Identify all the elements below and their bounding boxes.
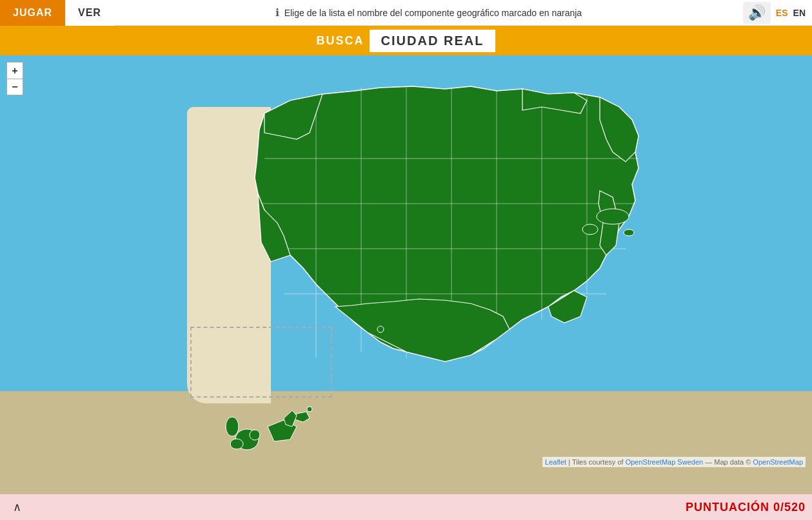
top-nav-bar: JUGAR VER ℹ Elige de la lista el nombre …	[0, 0, 812, 26]
svg-point-11	[597, 209, 629, 224]
score-value: 0/520	[773, 501, 806, 514]
svg-point-16	[226, 417, 239, 436]
map-credits: Leaflet | Tiles courtesy of OpenStreetMa…	[542, 457, 806, 467]
map-data-text: — Map data ©	[705, 458, 751, 466]
search-value[interactable]: CIUDAD REAL	[370, 30, 496, 52]
bottom-bar: ∧ PUNTUACIÓN 0/520	[0, 494, 812, 520]
svg-point-12	[582, 224, 598, 235]
svg-point-13	[624, 229, 634, 236]
osm-link[interactable]: OpenStreetMap	[626, 458, 676, 466]
svg-point-18	[230, 439, 243, 449]
score-label: PUNTUACIÓN	[686, 501, 769, 514]
right-controls: 🔊 ES EN	[743, 2, 812, 24]
search-label: BUSCA	[317, 34, 364, 48]
spain-map[interactable]	[187, 62, 651, 397]
svg-point-14	[377, 326, 384, 332]
north-africa-land	[0, 391, 812, 494]
instruction-text: Elige de la lista el nombre del componen…	[284, 8, 582, 18]
canary-islands-svg[interactable]	[190, 391, 332, 462]
spain-provinces-svg[interactable]	[187, 62, 651, 397]
ver-button[interactable]: VER	[65, 0, 114, 26]
search-bar: BUSCA CIUDAD REAL	[0, 26, 812, 55]
jugar-button[interactable]: JUGAR	[0, 0, 65, 26]
sound-button[interactable]: 🔊	[743, 2, 771, 24]
zoom-out-button[interactable]: −	[6, 79, 23, 95]
leaflet-link[interactable]: Leaflet	[545, 458, 566, 466]
score-display: PUNTUACIÓN 0/520	[686, 501, 806, 514]
sweden-link[interactable]: Sweden	[677, 458, 703, 466]
zoom-controls: + −	[6, 62, 23, 95]
map-area[interactable]: + − Leaflet | Tiles courtesy of OpenStre…	[0, 55, 812, 494]
lang-en-button[interactable]: EN	[793, 8, 806, 18]
tiles-courtesy: Tiles courtesy of	[572, 458, 624, 466]
osm2-link[interactable]: OpenStreetMap	[753, 458, 803, 466]
svg-point-17	[250, 430, 260, 440]
instruction-area: ℹ Elige de la lista el nombre del compon…	[114, 6, 743, 19]
info-icon: ℹ	[275, 6, 279, 19]
zoom-in-button[interactable]: +	[6, 62, 23, 79]
svg-point-19	[307, 407, 312, 412]
collapse-button[interactable]: ∧	[13, 500, 21, 514]
lang-es-button[interactable]: ES	[776, 8, 788, 18]
